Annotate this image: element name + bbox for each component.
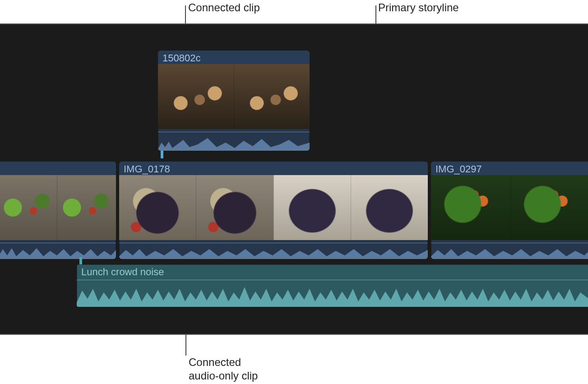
clip-connector-top <box>161 149 163 158</box>
clip-thumbnail <box>234 64 310 129</box>
label-primary-storyline: Primary storyline <box>378 1 459 14</box>
label-connected-audio: Connected audio-only clip <box>189 356 258 383</box>
clip-audio-waveform[interactable] <box>119 240 428 259</box>
primary-clip[interactable]: IMG_0297 <box>431 162 588 259</box>
primary-clip[interactable] <box>0 162 116 259</box>
clip-title: IMG_0297 <box>431 162 588 175</box>
clip-thumbnail <box>158 64 234 129</box>
label-connected-clip: Connected clip <box>188 1 260 14</box>
clip-thumbnail <box>196 175 273 240</box>
clip-title: 150802c <box>158 51 310 64</box>
clip-title: Lunch crowd noise <box>77 264 588 277</box>
clip-audio-waveform[interactable] <box>158 129 310 151</box>
clip-audio-waveform[interactable] <box>431 240 588 259</box>
clip-audio-waveform[interactable] <box>0 240 116 259</box>
primary-clip[interactable]: IMG_0178 <box>119 162 428 259</box>
timeline[interactable]: 150802c IMG_0178 <box>0 23 588 335</box>
clip-thumbnail-strip <box>158 64 310 129</box>
clip-thumbnail <box>351 175 428 240</box>
clip-thumbnail-strip <box>119 175 428 240</box>
connected-clip[interactable]: 150802c <box>158 51 310 151</box>
clip-thumbnail <box>510 175 588 240</box>
clip-thumbnail <box>119 175 196 240</box>
clip-title <box>0 162 116 175</box>
clip-thumbnail <box>57 175 116 240</box>
clip-thumbnail <box>431 175 510 240</box>
clip-thumbnail <box>0 175 57 240</box>
clip-audio-waveform[interactable] <box>77 277 588 307</box>
connected-audio-clip[interactable]: Lunch crowd noise <box>77 264 588 307</box>
clip-thumbnail <box>273 175 351 240</box>
clip-thumbnail-strip <box>0 175 116 240</box>
clip-title: IMG_0178 <box>119 162 428 175</box>
clip-thumbnail-strip <box>431 175 588 240</box>
